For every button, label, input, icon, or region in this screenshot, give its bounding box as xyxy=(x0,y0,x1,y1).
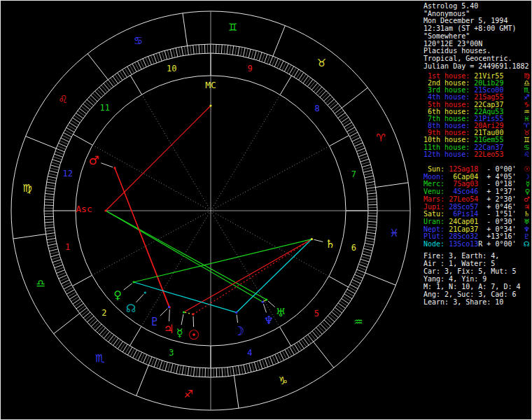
planet-label: Nept: xyxy=(424,225,444,233)
zodiac-sign-icon: ♑ xyxy=(279,374,288,387)
degree-tick xyxy=(46,185,55,186)
degree-tick xyxy=(59,141,68,144)
degree-tick xyxy=(249,363,251,372)
house-cusp-list: 1st house: 21Vir55♍ 2nd house: 20Lib29♎ … xyxy=(424,73,531,158)
planet-position-value: 21Cap37 xyxy=(449,225,478,233)
degree-tick xyxy=(49,249,58,251)
degree-tick xyxy=(45,197,54,197)
planet-pointer-line xyxy=(193,316,194,327)
house-number: 1 xyxy=(65,242,70,252)
degree-tick xyxy=(146,356,149,364)
house-cusp-ray xyxy=(141,211,211,327)
planet-icon-moon: ☽ xyxy=(233,323,244,338)
planet-icon-pluto: ♇ xyxy=(150,315,160,328)
planet-icon-node: ☊ xyxy=(126,302,136,315)
sign-boundary xyxy=(88,54,108,80)
sign-boundary xyxy=(183,13,188,46)
planet-label: Node: xyxy=(424,240,444,248)
degree-tick xyxy=(52,257,60,260)
planet-position-dot xyxy=(168,306,170,308)
degree-tick xyxy=(48,174,57,176)
planet-pointer-line xyxy=(268,301,275,307)
house-number: 8 xyxy=(315,104,320,113)
degree-tick xyxy=(363,170,372,172)
planet-label: Moon: xyxy=(424,173,444,181)
aspect-line-sun-mercury xyxy=(184,312,193,314)
degree-tick xyxy=(54,154,62,157)
planet-icon: ☊ xyxy=(524,241,530,248)
degree-tick xyxy=(259,52,262,61)
degree-tick xyxy=(91,321,97,327)
degree-tick xyxy=(366,238,375,239)
mc-point-dot xyxy=(209,104,211,106)
house-cusp-line xyxy=(330,135,349,146)
degree-tick xyxy=(165,362,168,371)
degree-tick xyxy=(246,48,248,57)
degree-tick xyxy=(167,50,169,59)
degree-tick xyxy=(48,246,57,248)
stat-line: Yang: 4, Yin: 9 xyxy=(424,275,531,283)
degree-tick xyxy=(324,94,330,101)
degree-tick xyxy=(262,360,265,368)
house-number: 5 xyxy=(314,309,319,318)
degree-tick xyxy=(270,56,273,64)
degree-tick xyxy=(46,190,55,192)
degree-tick xyxy=(55,151,64,155)
planet-pointer-line xyxy=(101,163,113,167)
degree-tick xyxy=(368,196,377,197)
degree-tick xyxy=(363,167,372,169)
planet-velocity: - 0°30' xyxy=(482,218,516,225)
degree-tick xyxy=(354,143,363,146)
zodiac-sign-icon: ♏ xyxy=(95,352,105,365)
degree-tick xyxy=(197,368,197,377)
degree-tick xyxy=(171,363,173,372)
house-cusp-line xyxy=(130,76,141,95)
degree-tick xyxy=(93,322,99,328)
sign-boundary xyxy=(365,273,396,286)
degree-tick xyxy=(361,162,370,164)
planet-position-dot xyxy=(144,291,146,293)
degree-tick xyxy=(45,222,54,223)
planet-pointer-line xyxy=(169,309,170,321)
degree-tick xyxy=(354,277,362,281)
degree-tick xyxy=(45,227,54,228)
header-line: Julian Day = 2449691.1882 xyxy=(424,63,531,71)
degree-tick xyxy=(222,368,223,377)
house-number: 11 xyxy=(99,103,109,113)
degree-tick xyxy=(260,360,262,369)
degree-tick xyxy=(154,359,157,368)
degree-tick xyxy=(230,46,231,55)
degree-tick xyxy=(46,233,55,234)
degree-tick xyxy=(168,363,170,372)
degree-tick xyxy=(322,322,328,328)
zodiac-sign-icon: ♍ xyxy=(22,182,31,195)
planet-velocity: + 0°34' xyxy=(482,225,516,233)
planet-pointer-line xyxy=(314,239,323,241)
house-cusp-ray xyxy=(211,146,330,211)
degree-tick xyxy=(368,193,377,194)
degree-tick xyxy=(190,46,192,55)
degree-tick xyxy=(256,51,259,59)
planet-pointer-line xyxy=(181,314,183,325)
degree-tick xyxy=(235,46,237,55)
sign-boundary xyxy=(54,314,80,334)
degree-tick xyxy=(225,368,225,377)
planet-pointer-line xyxy=(160,309,168,316)
house-number: 10 xyxy=(167,64,176,74)
degree-tick xyxy=(321,324,327,330)
planet-velocity: + 0°46' xyxy=(482,203,516,211)
degree-tick xyxy=(243,48,245,57)
planet-pointer-line xyxy=(124,284,132,290)
zodiac-sign-icon: ♐ xyxy=(183,388,192,400)
zodiac-sign-icon: ♋ xyxy=(134,34,143,47)
degree-tick xyxy=(248,49,251,58)
planet-velocity: - 0°00' xyxy=(482,165,516,173)
planet-position-value: 28Sco57 xyxy=(449,203,478,211)
planet-velocity: + 0°00' xyxy=(482,240,516,248)
degree-tick xyxy=(188,367,189,376)
chart-header: Astrolog 5.40"Anonymous"Mon December 5, … xyxy=(424,3,531,70)
sign-boundary xyxy=(13,234,46,239)
degree-tick xyxy=(173,48,175,57)
degree-tick xyxy=(361,256,370,259)
degree-tick xyxy=(355,274,363,278)
